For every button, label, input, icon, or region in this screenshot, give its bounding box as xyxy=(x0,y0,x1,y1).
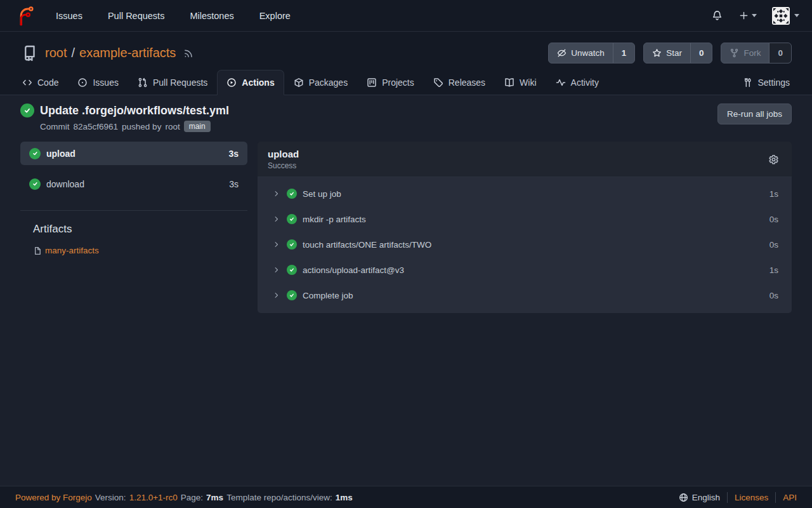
fork-count[interactable]: 0 xyxy=(769,43,791,63)
project-icon xyxy=(367,77,377,88)
tab-pull-requests[interactable]: Pull Requests xyxy=(128,70,217,95)
chevron-right-icon xyxy=(273,291,280,299)
commit-author-link[interactable]: root xyxy=(165,122,180,131)
nav-item-pull-requests[interactable]: Pull Requests xyxy=(99,6,173,26)
step-name: touch artifacts/ONE artifacts/TWO xyxy=(303,240,431,250)
chevron-right-icon xyxy=(273,241,280,248)
artifacts-heading: Artifacts xyxy=(20,223,247,236)
fork-button: Fork 0 xyxy=(721,43,792,64)
nav-item-issues[interactable]: Issues xyxy=(47,6,91,26)
tab-code[interactable]: Code xyxy=(13,70,68,95)
book-icon xyxy=(504,77,514,88)
star-button[interactable]: Star 0 xyxy=(643,43,712,64)
tab-releases[interactable]: Releases xyxy=(424,70,495,95)
api-link[interactable]: API xyxy=(783,493,797,502)
tab-actions[interactable]: Actions xyxy=(217,70,284,95)
step-row-complete[interactable]: Complete job 0s xyxy=(258,283,792,308)
artifact-download-link[interactable]: many-artifacts xyxy=(45,246,99,255)
step-row-upload-artifact[interactable]: actions/upload-artifact@v3 1s xyxy=(258,257,792,283)
pulse-icon xyxy=(556,77,566,88)
run-commit-line: Commit 82a5cf6961 pushed by root main xyxy=(40,121,229,132)
tab-wiki[interactable]: Wiki xyxy=(495,70,546,95)
footer-divider xyxy=(775,492,776,503)
job-duration: 3s xyxy=(229,179,239,189)
chevron-right-icon xyxy=(273,215,280,223)
run-title: Update .forgejo/workflows/test.yml xyxy=(40,104,229,117)
top-navbar: Issues Pull Requests Milestones Explore xyxy=(0,0,812,32)
job-item-upload[interactable]: upload 3s xyxy=(20,142,247,165)
job-item-download[interactable]: download 3s xyxy=(20,172,247,196)
file-icon xyxy=(33,246,42,255)
step-duration: 0s xyxy=(769,291,778,300)
step-success-icon xyxy=(287,239,297,250)
repo-name-link[interactable]: example-artifacts xyxy=(79,46,176,60)
step-success-icon xyxy=(287,189,297,199)
unwatch-button[interactable]: Unwatch 1 xyxy=(548,43,635,64)
star-count[interactable]: 0 xyxy=(690,43,712,63)
step-success-icon xyxy=(287,214,297,224)
step-row-setup[interactable]: Set up job 1s xyxy=(258,181,792,206)
step-row-mkdir[interactable]: mkdir -p artifacts 0s xyxy=(258,206,792,232)
avatar xyxy=(772,7,790,25)
repo-action-buttons: Unwatch 1 Star 0 xyxy=(548,43,792,64)
job-detail-name: upload xyxy=(268,149,299,159)
step-duration: 0s xyxy=(769,215,778,224)
step-row-touch[interactable]: touch artifacts/ONE artifacts/TWO 0s xyxy=(258,232,792,257)
bell-icon[interactable] xyxy=(707,6,728,25)
watch-count[interactable]: 1 xyxy=(613,43,635,63)
language-selector[interactable]: English xyxy=(679,493,720,502)
tab-settings[interactable]: Settings xyxy=(733,70,799,95)
breadcrumb: root / example-artifacts xyxy=(45,46,176,60)
commit-sha-link[interactable]: 82a5cf6961 xyxy=(74,122,119,131)
run-success-icon xyxy=(20,104,34,117)
forgejo-logo[interactable] xyxy=(15,6,36,26)
fork-label: Fork xyxy=(743,48,761,58)
code-icon xyxy=(22,77,32,88)
chevron-down-icon xyxy=(752,14,757,17)
nav-item-explore[interactable]: Explore xyxy=(251,6,299,26)
rss-icon[interactable] xyxy=(183,48,193,58)
job-detail-status: Success xyxy=(268,161,299,170)
unwatch-label: Unwatch xyxy=(571,48,605,58)
actions-run-view: Update .forgejo/workflows/test.yml Commi… xyxy=(0,95,812,486)
job-steps-list: Set up job 1s mkdir -p artifacts 0s touc… xyxy=(258,177,792,313)
licenses-link[interactable]: Licenses xyxy=(735,493,768,502)
issue-icon xyxy=(77,77,88,88)
page-time: 7ms xyxy=(206,493,223,502)
job-success-icon xyxy=(29,148,41,159)
play-circle-icon xyxy=(226,77,237,88)
tab-activity[interactable]: Activity xyxy=(546,70,608,95)
step-name: Complete job xyxy=(303,291,353,300)
globe-icon xyxy=(679,493,688,502)
job-success-icon xyxy=(29,178,41,190)
step-success-icon xyxy=(287,290,297,300)
nav-item-milestones[interactable]: Milestones xyxy=(181,6,242,26)
gear-icon[interactable] xyxy=(766,152,782,168)
footer-links: English Licenses API xyxy=(679,492,797,503)
step-duration: 1s xyxy=(769,265,778,275)
tab-projects[interactable]: Projects xyxy=(357,70,424,95)
step-name: Set up job xyxy=(303,189,341,199)
branch-badge[interactable]: main xyxy=(184,121,211,132)
job-detail-panel: upload Success Set up job 1s xyxy=(258,142,792,313)
user-menu[interactable] xyxy=(768,4,803,27)
step-name: mkdir -p artifacts xyxy=(303,215,366,224)
tab-packages[interactable]: Packages xyxy=(284,70,357,95)
pull-request-icon xyxy=(138,77,148,88)
step-success-icon xyxy=(287,265,297,275)
job-name: download xyxy=(46,179,84,189)
fork-icon xyxy=(730,48,739,58)
rerun-all-jobs-button[interactable]: Re-run all jobs xyxy=(717,104,792,124)
package-icon xyxy=(294,77,304,88)
chevron-down-icon xyxy=(794,14,799,17)
tab-issues[interactable]: Issues xyxy=(68,70,128,95)
jobs-sidebar: upload 3s download 3s Artifacts many-art… xyxy=(20,142,247,255)
repo-owner-link[interactable]: root xyxy=(45,46,67,60)
sidebar-divider xyxy=(20,210,247,211)
powered-by-forgejo-link[interactable]: Powered by Forgejo xyxy=(15,493,92,502)
chevron-right-icon xyxy=(273,266,280,274)
tools-icon xyxy=(742,77,752,88)
version-link[interactable]: 1.21.0+1-rc0 xyxy=(129,493,178,502)
footer-info: Powered by Forgejo Version: 1.21.0+1-rc0… xyxy=(15,493,353,502)
create-new-menu[interactable] xyxy=(734,7,762,24)
